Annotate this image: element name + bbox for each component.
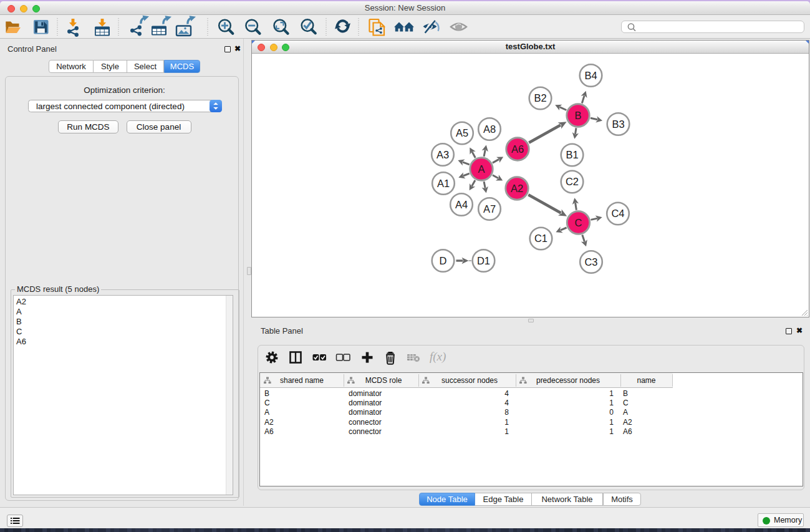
svg-text:A3: A3	[436, 149, 449, 160]
svg-text:C3: C3	[584, 256, 597, 268]
svg-text:A2: A2	[511, 183, 523, 194]
svg-text:B4: B4	[584, 70, 597, 81]
svg-text:D: D	[440, 255, 447, 266]
svg-text:A7: A7	[483, 203, 496, 215]
svg-text:C2: C2	[566, 176, 579, 187]
svg-text:A6: A6	[511, 143, 524, 155]
svg-text:B3: B3	[612, 118, 624, 130]
svg-text:A8: A8	[483, 123, 496, 135]
svg-text:A: A	[478, 163, 485, 175]
svg-text:D1: D1	[477, 255, 490, 266]
svg-text:A4: A4	[455, 199, 468, 210]
svg-text:B: B	[574, 110, 581, 121]
svg-text:C1: C1	[534, 233, 547, 244]
svg-text:C: C	[575, 217, 582, 228]
svg-text:A1: A1	[437, 178, 450, 189]
svg-text:A5: A5	[456, 127, 468, 138]
svg-text:C4: C4	[611, 208, 624, 219]
svg-text:B1: B1	[566, 149, 578, 160]
svg-text:B2: B2	[534, 92, 546, 104]
